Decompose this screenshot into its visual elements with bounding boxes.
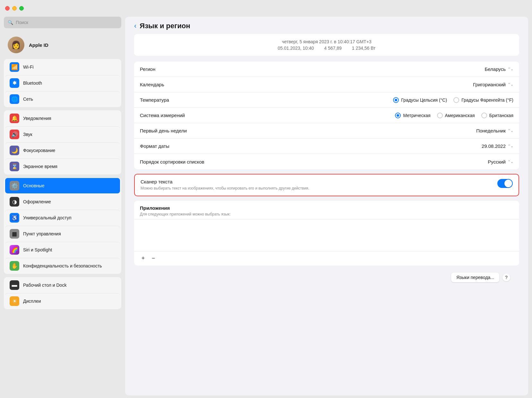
search-box[interactable]: 🔍 Поиск [4, 17, 121, 28]
sidebar-item-siri[interactable]: 🌈 Siri и Spotlight [5, 242, 120, 258]
sidebar-group-notifications: 🔔 Уведомления 🔊 Звук 🌙 Фокусирование ⌛ Э… [4, 110, 121, 174]
sidebar-item-privacy[interactable]: ✋ Конфиденциальность и безопасность [5, 258, 120, 274]
minimize-button[interactable] [12, 6, 17, 11]
sidebar-item-wifi[interactable]: 📶 Wi-Fi [5, 59, 120, 75]
sidebar-item-desktop-label: Рабочий стол и Dock [23, 283, 66, 288]
page-title: Язык и регион [140, 22, 190, 30]
firstday-dropdown[interactable]: Понедельник ⌃⌄ [476, 128, 513, 133]
sidebar-item-bluetooth[interactable]: ✱ Bluetooth [5, 75, 120, 91]
measurement-options: Метрическая Американская Британская [395, 113, 513, 118]
sidebar-item-control[interactable]: ▦ Пункт управления [5, 226, 120, 241]
calendar-dropdown[interactable]: Григорианский ⌃⌄ [473, 82, 513, 87]
measurement-metric[interactable]: Метрическая [395, 113, 430, 118]
american-label: Американская [445, 113, 475, 118]
sidebar-item-network-label: Сеть [23, 97, 33, 102]
main-container: 🔍 Поиск 👩 Apple ID 📶 Wi-Fi ✱ Bluetooth � [0, 17, 532, 398]
apple-id-item[interactable]: 👩 Apple ID [4, 33, 121, 56]
measurement-label: Система измерений [140, 113, 210, 118]
calendar-value-text: Григорианский [473, 82, 506, 87]
apps-section: Приложения Для следующих приложений можн… [134, 201, 519, 266]
sidebar-group-network: 📶 Wi-Fi ✱ Bluetooth 🌐 Сеть [4, 59, 121, 107]
screentime-icon: ⌛ [10, 162, 19, 171]
bluetooth-icon: ✱ [10, 78, 19, 88]
sidebar-item-network[interactable]: 🌐 Сеть [5, 91, 120, 107]
siri-icon: 🌈 [10, 245, 19, 255]
firstday-label: Первый день недели [140, 128, 210, 133]
apps-desc: Для следующих приложений можно выбрать я… [140, 212, 513, 216]
calendar-value: Григорианский ⌃⌄ [473, 82, 513, 87]
temperature-fahrenheit[interactable]: Градусы Фаренгейта (°F) [453, 97, 513, 103]
firstday-value: Понедельник ⌃⌄ [476, 128, 513, 133]
region-dropdown[interactable]: Беларусь ⌃⌄ [485, 66, 513, 72]
metric-radio[interactable] [395, 113, 401, 118]
sidebar-item-appearance[interactable]: ◑ Оформление [5, 194, 120, 209]
notifications-icon: 🔔 [10, 114, 19, 123]
sidebar-group-general: ⚙️ Основные ◑ Оформление ♿ Универсальный… [4, 178, 121, 274]
sortorder-row: Порядок сортировки списков Русский ⌃⌄ [134, 154, 519, 169]
sidebar-item-screentime-label: Экранное время [23, 164, 57, 169]
sidebar-item-wifi-label: Wi-Fi [23, 64, 34, 70]
preview-format-date: 05.01.2023, 10:40 [278, 46, 314, 51]
back-button[interactable]: ‹ [134, 22, 136, 30]
scanner-desc: Можно выбирать текст на изображениях, чт… [141, 186, 327, 191]
british-label: Британская [489, 113, 513, 118]
maximize-button[interactable] [19, 6, 24, 11]
translate-languages-button[interactable]: Языки перевода... [451, 273, 499, 282]
sortorder-value-text: Русский [488, 159, 506, 165]
firstday-arrows: ⌃⌄ [508, 129, 513, 133]
traffic-lights [5, 6, 24, 11]
measurement-british[interactable]: Британская [481, 113, 513, 118]
scanner-toggle[interactable] [497, 179, 513, 188]
firstday-row: Первый день недели Понедельник ⌃⌄ [134, 123, 519, 139]
dateformat-dropdown[interactable]: 29.08.2022 ⌃⌄ [482, 143, 513, 149]
apps-list [134, 219, 519, 251]
region-row: Регион Беларусь ⌃⌄ [134, 62, 519, 77]
sidebar-item-general-label: Основные [23, 183, 44, 188]
british-radio[interactable] [481, 113, 487, 118]
american-radio[interactable] [437, 113, 443, 118]
content-header: ‹ Язык и регион [125, 17, 528, 34]
region-arrows: ⌃⌄ [508, 67, 513, 71]
toggle-knob [504, 180, 512, 187]
firstday-value-text: Понедельник [476, 128, 506, 133]
sortorder-dropdown[interactable]: Русский ⌃⌄ [488, 159, 513, 165]
temperature-row: Температура Градусы Цельсия (°C) Градусы… [134, 92, 519, 108]
help-button[interactable]: ? [502, 274, 510, 281]
sidebar-item-displays[interactable]: ☀ Дисплеи [5, 293, 120, 309]
sidebar-item-control-label: Пункт управления [23, 231, 61, 236]
sidebar-group-desktop: ▬ Рабочий стол и Dock ☀ Дисплеи [4, 277, 121, 309]
sidebar-item-displays-label: Дисплеи [23, 299, 41, 304]
apple-id-info: Apple ID [29, 42, 48, 48]
content-area: ‹ Язык и регион четверг, 5 января 2023 г… [125, 17, 528, 395]
measurement-american[interactable]: Американская [437, 113, 475, 118]
wifi-icon: 📶 [10, 62, 19, 72]
sidebar-item-screentime[interactable]: ⌛ Экранное время [5, 158, 120, 174]
scanner-row: Сканер текста Можно выбирать текст на из… [135, 174, 519, 196]
calendar-arrows: ⌃⌄ [508, 82, 513, 87]
fahrenheit-radio[interactable] [453, 97, 459, 103]
dateformat-value: 29.08.2022 ⌃⌄ [482, 143, 513, 149]
sidebar-item-privacy-label: Конфиденциальность и безопасность [23, 263, 102, 268]
celsius-radio[interactable] [393, 97, 399, 103]
sidebar-item-sound[interactable]: 🔊 Звук [5, 126, 120, 142]
sidebar-item-sound-label: Звук [23, 132, 32, 137]
add-app-button[interactable]: + [139, 254, 148, 263]
temperature-celsius[interactable]: Градусы Цельсия (°C) [393, 97, 447, 103]
sidebar-item-accessibility[interactable]: ♿ Универсальный доступ [5, 210, 120, 225]
sidebar-item-notifications[interactable]: 🔔 Уведомления [5, 111, 120, 126]
remove-app-button[interactable]: − [149, 254, 158, 263]
scanner-text-block: Сканер текста Можно выбирать текст на из… [141, 179, 492, 191]
measurement-row: Система измерений Метрическая Американск… [134, 108, 519, 123]
general-icon: ⚙️ [10, 181, 19, 191]
settings-content: четверг, 5 января 2023 г. в 10:40:17 GMT… [125, 34, 528, 295]
sidebar-item-desktop[interactable]: ▬ Рабочий стол и Dock [5, 277, 120, 293]
close-button[interactable] [5, 6, 10, 11]
dateformat-row: Формат даты 29.08.2022 ⌃⌄ [134, 139, 519, 154]
apple-id-label: Apple ID [29, 42, 48, 48]
search-placeholder: Поиск [16, 20, 28, 25]
region-label: Регион [140, 66, 210, 72]
sidebar-item-general[interactable]: ⚙️ Основные [5, 178, 120, 193]
sidebar-item-focus[interactable]: 🌙 Фокусирование [5, 142, 120, 158]
focus-icon: 🌙 [10, 146, 19, 155]
accessibility-icon: ♿ [10, 213, 19, 223]
